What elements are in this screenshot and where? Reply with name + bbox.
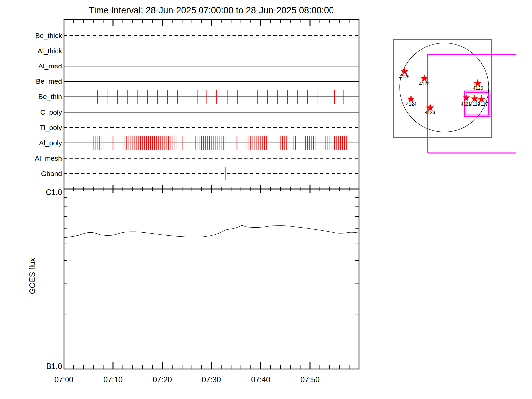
- x-tick-label: 07:20: [153, 375, 172, 384]
- xrt-goes-observation-figure: Time Interval: 28-Jun-2025 07:00:00 to 2…: [0, 0, 532, 399]
- filter-label-Al_mesh: Al_mesh: [35, 154, 62, 162]
- goes-panel-border: [64, 189, 359, 369]
- filter-label-Al_poly: Al_poly: [39, 139, 62, 147]
- plot-canvas: Be_thickAl_thickAl_medBe_medBe_thinC_pol…: [0, 0, 532, 399]
- filter-label-Be_med: Be_med: [36, 77, 62, 85]
- filter-label-Be_thick: Be_thick: [35, 32, 62, 40]
- filter-panel-border: [64, 20, 359, 189]
- active-region-label-4125: 4125: [399, 74, 409, 79]
- active-region-label-4123: 4123: [425, 110, 435, 115]
- x-tick-label: 07:50: [300, 375, 320, 384]
- filter-timeline-panel: Be_thickAl_thickAl_medBe_medBe_thinC_pol…: [35, 20, 359, 193]
- active-region-label-4117: 4117: [478, 101, 488, 107]
- goes-flux-curve: [64, 225, 359, 238]
- active-region-label-4122: 4122: [419, 81, 429, 86]
- x-tick-label: 07:40: [251, 375, 270, 384]
- x-tick-label: 07:00: [54, 375, 73, 384]
- filter-label-Gband: Gband: [41, 170, 62, 177]
- filter-label-Ti_poly: Ti_poly: [40, 124, 62, 132]
- x-tick-label: 07:30: [202, 375, 221, 384]
- active-region-label-4121: 4121: [461, 101, 471, 107]
- active-region-label-4124: 4124: [406, 101, 416, 107]
- filter-label-Al_med: Al_med: [38, 62, 62, 70]
- active-region-star-4122: [421, 75, 428, 82]
- sun-disk-map: 41254122412041244123412141184117: [393, 39, 516, 153]
- filter-label-C_poly: C_poly: [40, 108, 62, 116]
- active-region-star-4118: [471, 95, 478, 102]
- filter-label-Be_thin: Be_thin: [38, 93, 62, 101]
- goes-flux-panel: 07:0007:1007:2007:3007:4007:50: [54, 189, 359, 384]
- x-tick-label: 07:10: [103, 375, 123, 384]
- filter-label-Al_thick: Al_thick: [37, 47, 62, 55]
- active-region-label-4120: 4120: [473, 85, 483, 91]
